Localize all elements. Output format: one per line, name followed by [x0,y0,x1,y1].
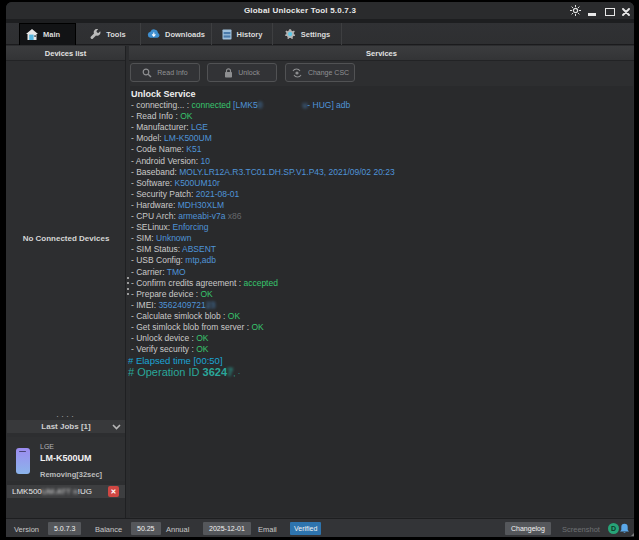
svg-text:D: D [611,525,616,532]
